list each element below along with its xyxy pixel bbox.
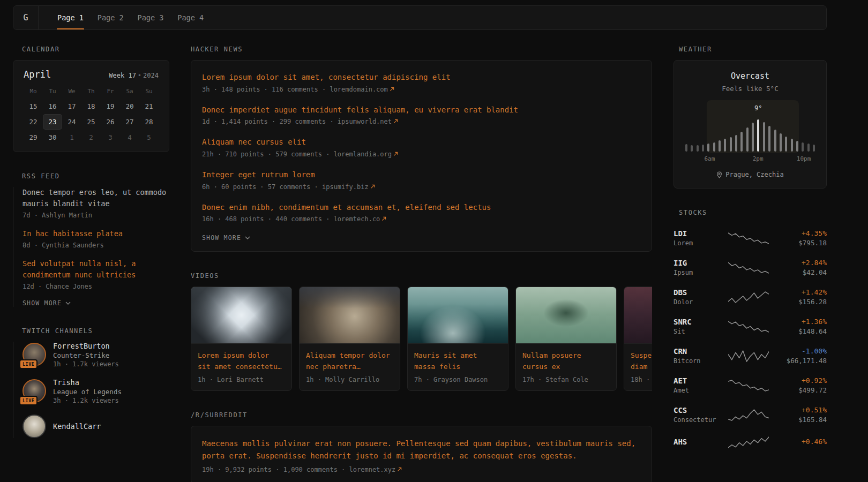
separator-dot: •: [138, 72, 141, 79]
weather-hour-bar: [791, 139, 793, 152]
hn-item-headline[interactable]: Lorem ipsum dolor sit amet, consectetur …: [202, 72, 641, 84]
stock-ticker: AET: [674, 376, 722, 385]
calendar-day: 27: [120, 114, 139, 130]
subreddit-post-headline[interactable]: Maecenas mollis pulvinar erat non posuer…: [202, 438, 641, 462]
calendar-week-label: Week 17: [109, 72, 136, 79]
calendar-weekday: Sa: [120, 84, 139, 99]
stock-change: +4.35%: [775, 229, 827, 237]
live-badge: LIVE: [19, 359, 38, 369]
channel-info: Trisha League of Legends 3h · 1.2k viewe…: [53, 378, 122, 404]
external-link-icon: [390, 86, 394, 93]
video-thumbnail[interactable]: [300, 287, 400, 344]
subreddit-widget-title: /R/SUBREDDIT: [191, 411, 652, 419]
video-card[interactable]: Nullam posuere cursus ex 17h · Stefan Co…: [515, 287, 617, 390]
rss-show-more-button[interactable]: SHOW MORE: [23, 299, 71, 307]
rss-item-headline[interactable]: Sed volutpat nulla nisl, a condimentum n…: [23, 258, 169, 281]
weather-hour-bar: [735, 135, 737, 152]
tab-page-3[interactable]: Page 3: [131, 6, 171, 29]
stock-row[interactable]: CRNBitcorn -1.00%$66,171.48: [674, 341, 827, 371]
stock-sparkline: [728, 231, 769, 245]
weather-times: 6am2pm10pm: [685, 155, 815, 163]
video-thumbnail[interactable]: [516, 287, 616, 344]
stock-row[interactable]: DBSDolor +1.42%$156.28: [674, 282, 827, 312]
rss-item: In hac habitasse platea 8d · Cynthia Sau…: [23, 228, 169, 249]
rss-item-headline[interactable]: In hac habitasse platea: [23, 228, 169, 239]
stock-change: +0.46%: [775, 438, 827, 446]
channel-name: KendallCarr: [53, 422, 101, 431]
subreddit-meta-text: 19h · 9,932 points · 1,090 comments · lo…: [202, 466, 395, 473]
video-title: Aliquam tempor dolor nec pharetra…: [300, 344, 400, 372]
weather-hour-bar: [752, 123, 754, 152]
weather-hour-bar: [724, 139, 726, 152]
videos-row: Lorem ipsum dolor sit amet consectetu… 1…: [191, 287, 652, 390]
page-tabs: Page 1 Page 2 Page 3 Page 4: [50, 6, 211, 29]
calendar-day-selected: 23: [43, 114, 62, 130]
chevron-down-icon: [245, 236, 250, 239]
stock-change: +0.51%: [775, 406, 827, 414]
stock-row[interactable]: LDILorem +4.35%$795.18: [674, 223, 827, 253]
stock-values: +0.92%$499.72: [775, 376, 827, 394]
weather-hour-bar: [713, 142, 715, 152]
stock-row[interactable]: AHS +0.46%: [674, 430, 827, 455]
hn-meta-text: 6h · 60 points · 57 comments · ipsumify.…: [202, 183, 369, 191]
stock-change: +1.42%: [775, 288, 827, 296]
video-card[interactable]: Aliquam tempor dolor nec pharetra… 1h · …: [299, 287, 400, 390]
stock-row[interactable]: AETAmet +0.92%$499.72: [674, 371, 827, 400]
calendar-day: 22: [24, 114, 43, 130]
channel-meta: 1h · 1.7k viewers: [53, 360, 119, 368]
chevron-down-icon: [65, 302, 71, 305]
hn-item-headline[interactable]: Integer eget rutrum lorem: [202, 169, 641, 181]
stock-values: -1.00%$66,171.48: [775, 347, 827, 365]
video-card[interactable]: Suspendisse diam 18h · Tara: [624, 287, 652, 390]
tab-page-1[interactable]: Page 1: [50, 6, 91, 29]
hn-item-headline[interactable]: Aliquam nec cursus elit: [202, 137, 641, 148]
weather-condition: Overcast: [685, 71, 815, 81]
calendar-day: 24: [62, 114, 81, 130]
rss-item-headline[interactable]: Donec tempor eros leo, ut commodo mauris…: [23, 187, 169, 209]
twitch-channel[interactable]: LIVE ForrestBurton Counter-Strike 1h · 1…: [23, 342, 169, 368]
stock-change: +0.92%: [775, 376, 827, 385]
video-thumbnail[interactable]: [408, 287, 508, 344]
stock-values: +4.35%$795.18: [775, 229, 827, 247]
hn-item-headline[interactable]: Donec enim nibh, condimentum et accumsan…: [202, 202, 641, 214]
stock-row[interactable]: CCSConsectetur +0.51%$165.84: [674, 400, 827, 430]
calendar-day: 16: [43, 99, 62, 114]
rss-item-meta: 8d · Cynthia Saunders: [23, 242, 169, 249]
stock-id: AHS: [674, 438, 722, 448]
weather-hour-bar: [730, 137, 732, 152]
stock-sparkline: [728, 261, 769, 275]
video-card[interactable]: Mauris sit amet massa felis 7h · Grayson…: [407, 287, 508, 390]
twitch-channel[interactable]: LIVE KendallCarr: [23, 415, 169, 438]
stock-price: $499.72: [775, 386, 827, 394]
channel-avatar-wrap: LIVE: [23, 379, 46, 403]
stock-row[interactable]: IIGIpsum +2.84%$42.04: [674, 253, 827, 282]
rss-item-meta: 12d · Chance Jones: [23, 283, 169, 290]
video-meta: 17h · Stefan Cole: [516, 372, 616, 390]
stock-ticker: LDI: [674, 229, 722, 238]
app-logo[interactable]: G: [13, 6, 39, 29]
weather-hour-bar: [697, 145, 699, 152]
external-link-icon: [370, 183, 375, 191]
stock-row[interactable]: SNRCSit +1.36%$148.64: [674, 312, 827, 341]
subreddit-widget: /R/SUBREDDIT Maecenas mollis pulvinar er…: [191, 411, 652, 482]
rss-widget-title: RSS FEED: [22, 172, 169, 180]
weather-hour-bar: [780, 133, 782, 152]
tab-page-2[interactable]: Page 2: [91, 6, 131, 29]
video-thumbnail[interactable]: [191, 287, 291, 344]
rss-item: Sed volutpat nulla nisl, a condimentum n…: [23, 258, 169, 290]
stock-price: $156.28: [775, 298, 827, 306]
hn-show-more-button[interactable]: SHOW MORE: [202, 234, 250, 242]
time-label: 10pm: [797, 155, 811, 162]
left-column: CALENDAR April Week 17•2024 MoTuWeThFrSa…: [13, 46, 169, 458]
tab-page-4[interactable]: Page 4: [170, 6, 211, 29]
weather-hour-bar: [719, 140, 721, 152]
video-card[interactable]: Lorem ipsum dolor sit amet consectetu… 1…: [191, 287, 292, 390]
channel-avatar-wrap: LIVE: [23, 343, 46, 366]
video-title: Mauris sit amet massa felis: [408, 344, 508, 372]
calendar-day: 25: [81, 114, 101, 130]
hn-item: Integer eget rutrum lorem 6h · 60 points…: [202, 169, 641, 191]
hn-item-headline[interactable]: Donec imperdiet augue tincidunt felis al…: [202, 104, 641, 116]
twitch-channel[interactable]: LIVE Trisha League of Legends 3h · 1.2k …: [23, 378, 169, 404]
hn-item-meta: 6h · 60 points · 57 comments · ipsumify.…: [202, 183, 641, 191]
video-thumbnail[interactable]: [624, 287, 652, 344]
